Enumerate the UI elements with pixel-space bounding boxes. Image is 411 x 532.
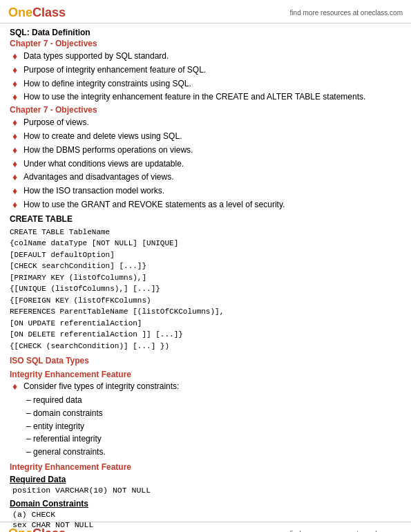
bullet-text: Under what conditions views are updatabl… xyxy=(23,158,184,170)
bullet-icon: ♦ xyxy=(12,50,19,62)
bullet-text: Purpose of integrity enhancement feature… xyxy=(23,64,206,76)
bullet-text: How to use the GRANT and REVOKE statemen… xyxy=(23,199,285,211)
main-content: SQL: Data Definition Chapter 7 - Objecti… xyxy=(0,23,411,532)
bullet-text: Data types supported by SQL standard. xyxy=(23,50,169,62)
bullet-icon: ♦ xyxy=(12,117,19,129)
bullet-icon: ♦ xyxy=(12,381,19,392)
code-line: {colName dataType [NOT NULL] [UNIQUE] xyxy=(10,238,401,249)
iso-sql-heading: ISO SQL Data Types xyxy=(10,356,401,365)
list-item: ♦ How to create and delete views using S… xyxy=(10,131,401,142)
sub-bullet-1: – domain constraints xyxy=(10,408,401,419)
code-line: {[CHECK (searchCondition)] [...] }) xyxy=(10,341,401,352)
list-item: ♦ Advantages and disadvantages of views. xyxy=(10,171,401,183)
bullet-icon: ♦ xyxy=(12,199,19,211)
create-table-code: CREATE TABLE TableName {colName dataType… xyxy=(10,227,401,352)
code-line: [PRIMARY KEY (listOfColumns),] xyxy=(10,272,401,284)
bullet-icon: ♦ xyxy=(12,78,19,90)
sub-bullet-0: – required data xyxy=(10,395,401,406)
integrity-heading-2: Integrity Enhancement Feature xyxy=(10,462,401,472)
sub-bullet-2: – entity integrity xyxy=(10,421,401,433)
chapter7-title-1: Chapter 7 - Objectives xyxy=(10,39,401,48)
chapter7-title-2: Chapter 7 - Objectives xyxy=(10,105,401,115)
integrity-bullet-text: Consider five types of integrity constra… xyxy=(23,381,179,392)
code-line: [ON UPDATE referentialAction] xyxy=(10,318,401,330)
sub-bullet-3: – referential integrity xyxy=(10,433,401,445)
list-item: ♦ How to use the GRANT and REVOKE statem… xyxy=(10,199,401,211)
header-tagline: find more resources at oneclass.com xyxy=(290,9,403,17)
bullet-text: Purpose of views. xyxy=(23,117,89,129)
sub-bullet-4: – general constraints. xyxy=(10,446,401,458)
bullet-icon: ♦ xyxy=(12,158,19,170)
required-data-row: position VARCHAR(10) NOT NULL xyxy=(10,486,401,495)
bullet-icon: ♦ xyxy=(12,91,19,103)
footer-logo-one: One xyxy=(8,526,32,532)
bullet-icon: ♦ xyxy=(12,131,19,142)
logo-one: One xyxy=(8,6,32,20)
bullet-text: Advantages and disadvantages of views. xyxy=(23,171,173,183)
bullet-icon: ♦ xyxy=(12,185,19,197)
logo: OneClass xyxy=(8,6,66,20)
list-item: ♦ Data types supported by SQL standard. xyxy=(10,50,401,62)
list-item: ♦ Under what conditions views are updata… xyxy=(10,158,401,170)
sql-section-title: SQL: Data Definition xyxy=(10,28,401,37)
footer-logo: OneClass xyxy=(8,526,66,532)
code-line: REFERENCES ParentTableName [(listOfCKCol… xyxy=(10,306,401,318)
footer-logo-class: Class xyxy=(32,526,66,532)
list-item: ♦ Purpose of views. xyxy=(10,117,401,129)
bullet-icon: ♦ xyxy=(12,144,19,156)
code-line: {[FOREIGN KEY (listOfFKColumns) xyxy=(10,295,401,307)
bullet-text: How to create and delete views using SQL… xyxy=(23,131,182,142)
code-line: [ON DELETE referentialAction ]] [...]} xyxy=(10,329,401,341)
integrity-bullet-item: ♦ Consider five types of integrity const… xyxy=(10,381,401,392)
code-line: {[UNIQUE (listOfColumns),] [...]} xyxy=(10,283,401,295)
code-line: [CHECK searchCondition] [...]} xyxy=(10,260,401,272)
list-item: ♦ How to use the integrity enhancement f… xyxy=(10,91,401,103)
domain-constraints-heading: Domain Constraints xyxy=(10,499,401,509)
bullet-text: How to use the integrity enhancement fea… xyxy=(23,91,365,103)
required-data-heading: Required Data xyxy=(10,475,401,484)
check-label: (a) CHECK xyxy=(10,510,401,519)
integrity-heading-1: Integrity Enhancement Feature xyxy=(10,370,401,379)
bullet-icon: ♦ xyxy=(12,64,19,76)
create-table-heading: CREATE TABLE xyxy=(10,214,401,224)
logo-class: Class xyxy=(32,6,66,20)
list-item: ♦ How the ISO transaction model works. xyxy=(10,185,401,197)
list-item: ♦ How the DBMS performs operations on vi… xyxy=(10,144,401,156)
page-footer: OneClass find more resources at oneclass… xyxy=(0,522,411,532)
bullet-icon: ♦ xyxy=(12,171,19,183)
list-item: ♦ How to define integrity constraints us… xyxy=(10,78,401,90)
bullet-text: How the DBMS performs operations on view… xyxy=(23,144,193,156)
page-header: OneClass find more resources at oneclass… xyxy=(0,0,411,23)
list-item: ♦ Purpose of integrity enhancement featu… xyxy=(10,64,401,76)
code-line: CREATE TABLE TableName xyxy=(10,227,401,238)
bullet-text: How to define integrity constraints usin… xyxy=(23,78,191,90)
code-line: [DEFAULT defaultOption] xyxy=(10,249,401,261)
bullet-text: How the ISO transaction model works. xyxy=(23,185,164,197)
